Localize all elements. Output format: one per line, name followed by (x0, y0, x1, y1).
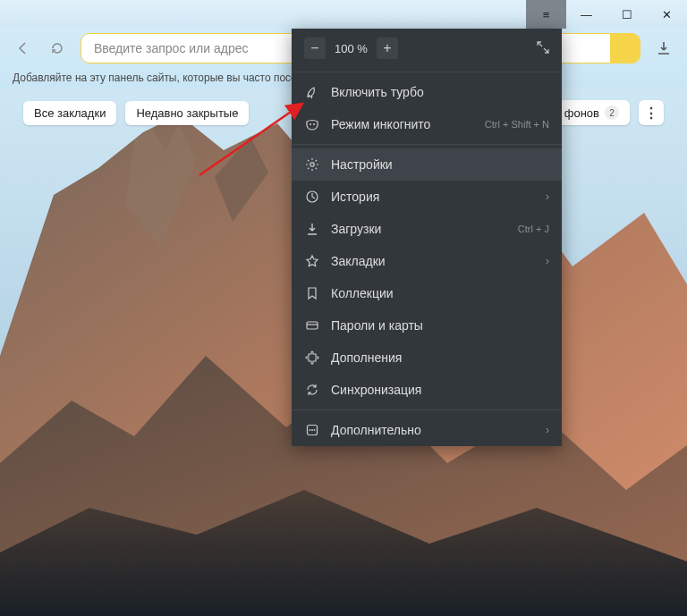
menu-item-extensions[interactable]: Дополнения (292, 342, 562, 374)
hamburger-menu-button[interactable]: ≡ (526, 0, 566, 29)
fullscreen-button[interactable] (537, 41, 549, 56)
puzzle-icon (304, 350, 320, 366)
reload-button[interactable] (47, 38, 68, 59)
back-button[interactable] (13, 38, 34, 59)
menu-separator (292, 144, 562, 145)
chevron-right-icon: › (546, 190, 549, 203)
menu-separator (292, 72, 562, 72)
menu-item-label: Режим инкогнито (331, 117, 430, 131)
kebab-icon: ⋮ (644, 105, 658, 122)
more-icon (304, 422, 320, 438)
close-button[interactable]: ✕ (647, 0, 687, 29)
menu-item-passwords[interactable]: Пароли и карты (292, 309, 562, 342)
zoom-in-button[interactable]: + (377, 38, 398, 59)
menu-item-label: Настройки (331, 157, 393, 172)
menu-item-shortcut: Ctrl + J (518, 224, 549, 234)
maximize-button[interactable]: ☐ (606, 0, 647, 29)
menu-item-incognito[interactable]: Режим инкогнито Ctrl + Shift + N (292, 108, 562, 140)
menu-item-turbo[interactable]: Включить турбо (292, 76, 562, 108)
all-bookmarks-chip[interactable]: Все закладки (23, 101, 116, 125)
menu-item-more[interactable]: Дополнительно › (292, 414, 562, 446)
download-icon (304, 221, 320, 237)
card-icon (304, 317, 320, 333)
star-icon (304, 253, 320, 269)
svg-point-9 (314, 429, 316, 431)
minimize-button[interactable]: — (566, 0, 606, 29)
background-gallery-badge: 2 (605, 105, 619, 120)
svg-point-2 (313, 123, 315, 125)
more-options-button[interactable]: ⋮ (639, 100, 664, 125)
menu-separator (292, 409, 562, 410)
menu-item-label: Пароли и карты (331, 318, 423, 333)
svg-point-8 (311, 429, 313, 431)
rocket-icon (304, 84, 320, 100)
zoom-out-button[interactable]: − (304, 38, 326, 59)
window-titlebar: ≡ — ☐ ✕ (0, 0, 687, 29)
menu-item-label: Дополнительно (331, 423, 421, 437)
svg-rect-5 (307, 322, 318, 329)
menu-item-collections[interactable]: Коллекции (292, 277, 562, 309)
chevron-right-icon: › (546, 424, 549, 436)
chevron-right-icon: › (546, 255, 549, 267)
svg-point-1 (310, 123, 311, 125)
address-placeholder: Введите запрос или адрес (94, 41, 249, 55)
menu-item-label: Закладки (331, 254, 386, 268)
menu-item-sync[interactable]: Синхронизация (292, 374, 562, 406)
gear-icon (304, 156, 320, 173)
recently-closed-chip[interactable]: Недавно закрытые (125, 101, 249, 125)
mask-icon (304, 116, 320, 132)
menu-item-label: Включить турбо (331, 85, 424, 99)
clock-icon (304, 189, 320, 205)
sync-icon (304, 382, 320, 398)
menu-item-settings[interactable]: Настройки (292, 148, 562, 181)
menu-item-label: Загрузки (331, 222, 381, 236)
menu-item-label: Коллекции (331, 286, 394, 300)
menu-item-shortcut: Ctrl + Shift + N (485, 119, 549, 130)
menu-item-label: Синхронизация (331, 383, 421, 397)
zoom-value: 100 % (335, 42, 368, 55)
menu-item-label: История (331, 190, 379, 204)
bookmark-bar-hint-text: Добавляйте на эту панель сайты, которые … (13, 72, 306, 84)
downloads-button[interactable] (653, 40, 674, 56)
menu-item-label: Дополнения (331, 350, 402, 365)
svg-point-7 (310, 429, 311, 431)
menu-item-history[interactable]: История › (292, 181, 562, 213)
svg-point-3 (310, 163, 314, 166)
bookmark-icon (304, 285, 320, 301)
main-menu-dropdown: − 100 % + Включить турбо Режим инкогнито… (292, 29, 562, 446)
menu-item-bookmarks[interactable]: Закладки › (292, 245, 562, 277)
zoom-row: − 100 % + (292, 29, 562, 68)
menu-item-downloads[interactable]: Загрузки Ctrl + J (292, 213, 562, 245)
